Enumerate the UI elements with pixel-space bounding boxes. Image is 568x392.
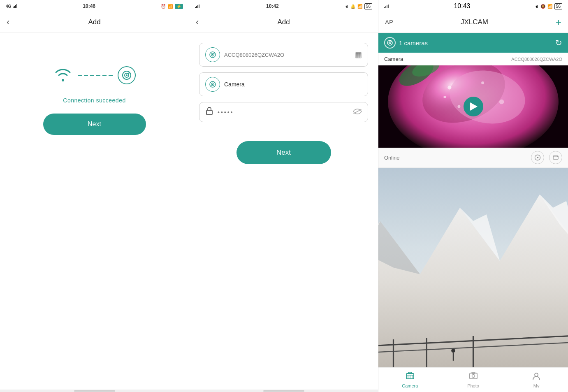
- flower-image: [378, 65, 568, 148]
- bottom-navigation: Camera Photo My: [378, 367, 568, 392]
- back-button-2[interactable]: ‹: [196, 17, 199, 28]
- camera-thumbnail[interactable]: [378, 65, 568, 148]
- panel-1-connection: 4G 10:46 ⏰ 📶 ⚡ ‹ Add: [0, 0, 189, 392]
- svg-point-11: [214, 82, 215, 83]
- volume-icon: 🔔: [350, 4, 355, 9]
- camera-card-footer: Online: [378, 148, 568, 167]
- signal-4g: 4G: [6, 4, 11, 9]
- signal-bars-3: [384, 4, 389, 8]
- battery-icon: ⚡: [175, 4, 183, 9]
- wifi-icon: [53, 66, 73, 85]
- play-button[interactable]: [464, 97, 483, 116]
- svg-point-22: [447, 86, 451, 89]
- password-row: [199, 102, 368, 122]
- time-2: 10:42: [266, 3, 279, 9]
- status-icons-3: Ƀ 🔕 📶 56: [536, 3, 562, 9]
- status-icons-2: Ƀ 🔔 📶 56: [345, 3, 372, 9]
- cameras-count-row: 1 cameras: [384, 37, 428, 49]
- camera-card-name: Camera: [384, 56, 403, 62]
- battery-icon-2: 56: [364, 3, 372, 9]
- dash-line: [78, 75, 113, 76]
- toggle-password-icon[interactable]: [353, 108, 362, 116]
- svg-point-6: [212, 54, 213, 56]
- lock-icon: [205, 107, 213, 118]
- alarm-icon: ⏰: [161, 4, 166, 9]
- signal-bars-1: [13, 4, 17, 8]
- signal-bars-2: [195, 4, 199, 8]
- svg-point-25: [457, 105, 460, 108]
- my-nav-label: My: [533, 383, 540, 388]
- device-id-row: ▦: [199, 43, 368, 67]
- cameras-header: 1 cameras ↻: [378, 33, 568, 53]
- password-input[interactable]: [218, 109, 349, 116]
- svg-point-32: [557, 156, 558, 157]
- add-camera-button[interactable]: +: [556, 16, 561, 28]
- status-icons-1: ⏰ 📶 ⚡: [161, 4, 183, 9]
- device-id-icon: [205, 47, 220, 62]
- mountain-background: [378, 168, 568, 367]
- svg-point-17: [391, 41, 392, 42]
- cameras-count-text: 1 cameras: [399, 39, 428, 46]
- svg-point-16: [389, 42, 390, 43]
- svg-point-24: [499, 100, 504, 104]
- jxlcam-title: JXLCAM: [461, 18, 488, 26]
- playback-icon[interactable]: [531, 151, 544, 164]
- header-2: ‹ Add: [189, 12, 378, 33]
- camera-name-row: [199, 72, 368, 96]
- photo-nav-icon: [469, 371, 478, 383]
- status-bar-2: 10:42 Ƀ 🔔 📶 56: [189, 0, 378, 12]
- camera-name-input[interactable]: [224, 81, 362, 88]
- camera-list-section: 1 cameras ↻ Camera ACCQ808026QZCWA2O: [378, 33, 568, 168]
- panel-3-camera-list: 10:43 Ƀ 🔕 📶 56 AP JXLCAM +: [378, 0, 568, 392]
- play-triangle: [470, 102, 478, 111]
- bluetooth-icon: Ƀ: [345, 4, 348, 9]
- svg-point-53: [472, 375, 475, 378]
- camera-footer-icons: [531, 151, 562, 164]
- time-1: 10:46: [83, 3, 95, 9]
- svg-point-44: [451, 349, 455, 353]
- svg-point-3: [128, 73, 130, 74]
- wifi-cam-row: [53, 66, 136, 85]
- svg-point-2: [126, 74, 128, 76]
- back-button-1[interactable]: ‹: [7, 17, 9, 28]
- status-bar-1: 4G 10:46 ⏰ 📶 ⚡: [0, 0, 189, 12]
- svg-point-10: [212, 84, 213, 85]
- add-form-content: ▦: [189, 33, 378, 390]
- svg-rect-12: [206, 110, 212, 115]
- next-button-1[interactable]: Next: [43, 114, 146, 135]
- device-id-input[interactable]: [224, 52, 351, 58]
- wifi-status-icon: 📶: [168, 4, 173, 9]
- wifi-icon-3: 📶: [547, 4, 552, 9]
- storage-icon[interactable]: [549, 151, 562, 164]
- my-nav-icon: [532, 371, 541, 383]
- qr-code-icon[interactable]: ▦: [355, 50, 362, 59]
- cameras-section-icon: [384, 37, 396, 49]
- nav-my[interactable]: My: [505, 368, 568, 392]
- svg-point-26: [443, 96, 446, 98]
- svg-point-55: [535, 373, 538, 376]
- header-1: ‹ Add: [0, 12, 189, 33]
- connection-content: Connection succeeded Next: [0, 33, 189, 390]
- next-button-2[interactable]: Next: [236, 141, 331, 164]
- nav-photo[interactable]: Photo: [442, 368, 505, 392]
- connection-text: Connection succeeded: [63, 97, 125, 104]
- camera-card: Camera ACCQ808026QZCWA2O: [378, 53, 568, 168]
- status-bar-3: 10:43 Ƀ 🔕 📶 56: [378, 0, 568, 12]
- photo-nav-label: Photo: [467, 383, 479, 388]
- camera-nav-label: Camera: [402, 383, 418, 388]
- bluetooth-icon-3: Ƀ: [536, 4, 538, 9]
- camera-card-id: ACCQ808026QZCWA2O: [511, 57, 562, 62]
- svg-rect-47: [408, 372, 412, 374]
- nav-camera[interactable]: Camera: [378, 368, 442, 392]
- svg-point-23: [481, 81, 484, 84]
- bottom-indicator-2: [189, 390, 378, 392]
- camera-name-icon: [205, 77, 220, 92]
- svg-point-7: [214, 53, 215, 53]
- camera-status-text: Online: [384, 155, 400, 161]
- refresh-button[interactable]: ↻: [555, 38, 562, 48]
- header-title-1: Add: [88, 18, 100, 26]
- header-title-2: Add: [277, 18, 290, 26]
- svg-rect-52: [470, 373, 477, 379]
- camera-card-header: Camera ACCQ808026QZCWA2O: [378, 53, 568, 65]
- wifi-icon-2: 📶: [357, 4, 362, 9]
